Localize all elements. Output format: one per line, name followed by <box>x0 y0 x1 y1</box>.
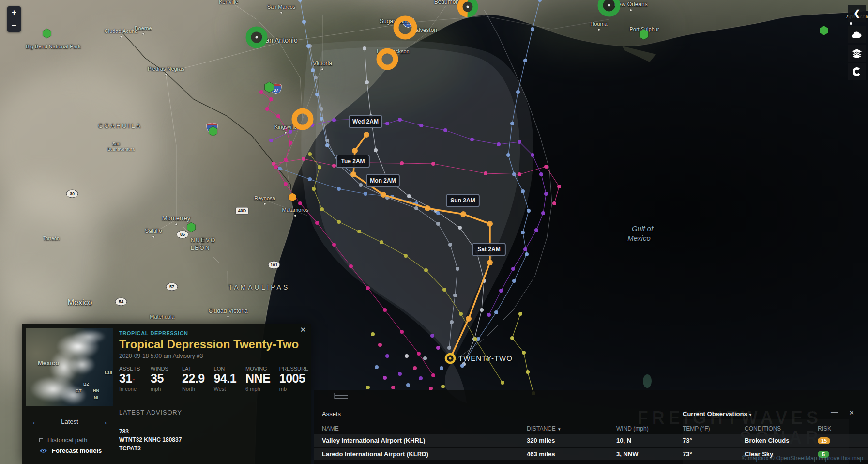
asset-marker-donut[interactable] <box>600 0 618 14</box>
forecast-time-label: Sat 2AM <box>472 243 505 256</box>
forecast-time-label: Wed 2AM <box>349 115 382 128</box>
table-cell: 463 miles <box>527 450 616 458</box>
model-dot <box>375 365 379 369</box>
road-shield: 30 <box>66 190 78 198</box>
asset-marker-hexagon[interactable] <box>43 29 51 38</box>
asset-marker-pie[interactable] <box>460 0 475 15</box>
next-advisory-arrow[interactable]: → <box>99 417 108 426</box>
model-dot <box>436 346 440 350</box>
svg-text:Mon 2AM: Mon 2AM <box>370 177 396 184</box>
assets-table-header: NAMEDISTANCE ▼WIND (mph)TEMP (°F)CONDITI… <box>314 424 868 433</box>
place-label: Ciudad Victoria <box>208 308 247 314</box>
table-cell: Broken Clouds <box>745 437 818 444</box>
column-header[interactable]: NAME <box>322 425 527 432</box>
asset-marker-hexagon[interactable] <box>187 222 195 232</box>
model-dot <box>405 354 409 358</box>
previous-advisory-arrow[interactable]: ← <box>31 417 41 426</box>
place-label: Reynosa <box>254 195 275 201</box>
place-label: Kerrville <box>219 0 238 5</box>
column-header[interactable]: TEMP (°F) <box>683 425 745 432</box>
place-label: Houma <box>590 21 608 27</box>
sort-desc-icon: ▼ <box>557 427 561 432</box>
assets-panel: FREIGHTWAVES SONAR Assets Current Observ… <box>314 390 868 464</box>
table-cell: 10, N <box>616 437 683 444</box>
road-shield: 40D <box>236 207 248 214</box>
model-dot <box>391 386 395 389</box>
place-label: Buenaventura <box>107 147 135 152</box>
advisory-timestamp: 2020-09-18 5:00 am Advisory #3 <box>119 353 306 359</box>
chevron-left-icon: ❮ <box>853 8 860 18</box>
zoom-in-button[interactable]: + <box>7 6 21 19</box>
stat-sub: mb <box>279 386 306 392</box>
storm-summary: TROPICAL DEPRESSION Tropical Depression … <box>119 330 306 392</box>
collapse-panel-button[interactable]: ❮ <box>848 5 866 22</box>
advisory-navigation: ← Latest → Historical path Forecast mode… <box>26 417 113 456</box>
place-label: TAMAULIPAS <box>228 283 290 291</box>
place-label: Saltillo <box>145 228 162 234</box>
right-toolbar: ❮ <box>848 5 866 80</box>
table-cell: 73° <box>683 437 745 444</box>
place-label: Ciudad Acuña <box>105 28 138 34</box>
place-label: Matamoros <box>282 207 309 213</box>
column-header[interactable]: DISTANCE ▼ <box>527 425 616 432</box>
toggle-historical-path[interactable]: Historical path <box>26 434 113 445</box>
stat-sub: In cone <box>119 386 139 392</box>
risk-badge: 5 <box>818 451 829 458</box>
toggle-forecast-models[interactable]: Forecast models <box>26 445 113 456</box>
svg-text:101: 101 <box>270 263 277 267</box>
storm-name-label: TWENTY-TWO <box>458 354 513 362</box>
asset-marker-hexagon[interactable] <box>209 126 217 136</box>
latest-advisory-header: LATEST ADVISORY <box>119 409 306 416</box>
storm-layer-button[interactable] <box>848 63 866 80</box>
table-cell: Valley International Airport (KHRL) <box>322 437 527 444</box>
table-row[interactable]: Valley International Airport (KHRL)320 m… <box>314 434 868 447</box>
column-header[interactable]: CONDITIONS <box>745 425 818 432</box>
nav-item-label: Historical path <box>47 436 87 444</box>
asset-marker-donut[interactable] <box>248 29 265 46</box>
column-header[interactable]: WIND (mph) <box>616 425 683 432</box>
asset-marker-hexagon[interactable] <box>640 29 649 40</box>
road-shield: 101 <box>268 261 280 269</box>
advisory-selector[interactable]: Latest <box>61 418 78 425</box>
observations-dropdown[interactable]: Current Observations▾ <box>683 410 751 418</box>
eye-icon <box>39 448 47 454</box>
stat-lon: LON 94.1 West <box>214 366 235 392</box>
map-layers-button[interactable] <box>848 45 866 62</box>
asset-marker-hexagon[interactable] <box>289 193 296 201</box>
minimize-icon[interactable]: — <box>831 408 838 416</box>
satellite-thumbnail: MexicoCulBZGTHNNI <box>26 328 113 406</box>
road-shield: 85 <box>177 231 188 238</box>
panel-drag-handle[interactable] <box>334 393 348 399</box>
stat-lat: LAT 22.9 North <box>182 366 203 392</box>
weather-layer-button[interactable] <box>848 26 866 43</box>
place-label: Mexico <box>68 298 92 307</box>
forecast-time-label: Sun 2AM <box>446 194 479 207</box>
nav-item-label: Forecast models <box>52 447 102 454</box>
zoom-out-button[interactable]: − <box>7 19 21 32</box>
svg-text:30: 30 <box>70 191 75 196</box>
table-row[interactable]: Laredo International Airport (KLRD)463 m… <box>314 448 868 460</box>
close-icon[interactable]: ✕ <box>849 409 854 417</box>
storm-stats-row: ASSETS 31↑ In cone WINDS 35 mph LAT 22.9… <box>119 366 306 392</box>
asset-marker-hexagon[interactable] <box>820 26 828 35</box>
thumbnail-label: GT <box>76 388 82 393</box>
place-label: LEÓN <box>191 244 211 251</box>
column-header[interactable]: RISK <box>818 425 868 432</box>
model-dot <box>371 332 375 336</box>
model-dot <box>419 376 423 380</box>
place-label: Beaumont <box>434 0 461 5</box>
table-cell: Clear Sky <box>745 450 818 458</box>
model-dot <box>378 343 382 347</box>
place-label: Victoria <box>313 60 332 67</box>
donut-icon <box>852 67 862 77</box>
model-dot <box>383 376 387 380</box>
place-label: Monterrey <box>162 215 191 222</box>
stat-value: 1005 <box>279 371 306 386</box>
stat-sub: 6 mph <box>245 386 268 392</box>
map-zoom-controls: + − <box>7 6 21 32</box>
model-dot <box>440 366 443 370</box>
svg-text:37: 37 <box>274 88 278 93</box>
asset-marker-hexagon[interactable] <box>265 82 274 93</box>
stat-label: WINDS <box>151 366 171 371</box>
svg-text:85: 85 <box>180 232 185 237</box>
